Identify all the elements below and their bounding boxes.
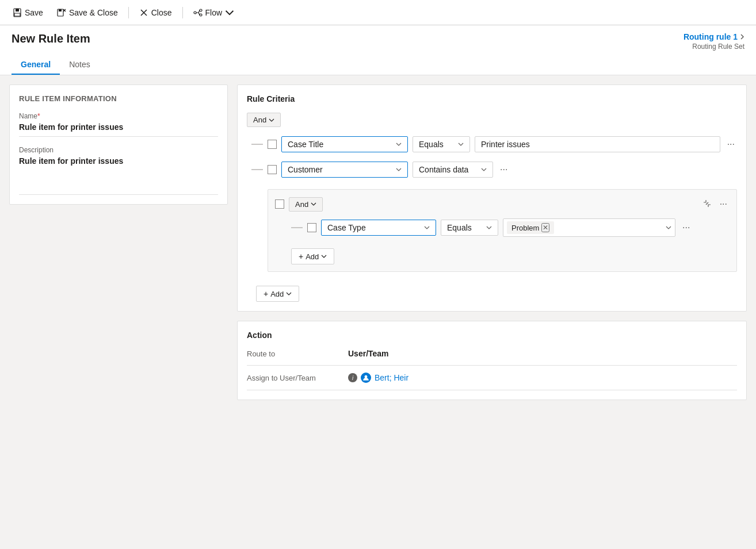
sub-connector-line [291,227,303,228]
svg-point-7 [200,14,202,16]
svg-rect-1 [16,9,19,11]
user-avatar-icon [361,373,371,383]
outer-add-button[interactable]: + Add [256,286,299,302]
case-type-value-box: Problem ✕ [503,218,675,237]
sub-group-more-btn[interactable]: ··· [717,197,730,212]
collapse-button[interactable] [701,198,713,211]
and-operator-button[interactable]: And [247,113,281,127]
main-content: Rule Item Information Name* Rule item fo… [0,75,756,549]
value-box-chevron-icon [666,226,671,229]
collapse-icon [702,199,712,208]
action-grid: Route to User/Team Assign to User/Team i… [247,349,737,390]
customer-dropdown[interactable]: Customer [281,162,408,178]
sub-and-button[interactable]: And [289,197,323,212]
sub-add-container: + Add [291,244,730,264]
criteria-rows: Case Title Equals ··· [247,136,737,302]
sub-add-label: Add [306,252,319,261]
assign-user-link[interactable]: Bert; Heir [375,373,408,382]
sub-and-chevron-icon [311,202,316,206]
equals-dropdown-1[interactable]: Equals [413,136,470,152]
svg-point-5 [194,11,196,14]
criteria-checkbox-2[interactable] [268,165,277,174]
close-icon [139,8,148,17]
rule-criteria-section: Rule Criteria And Case Title [237,85,747,312]
connector-line-2 [251,169,263,170]
contains-data-dropdown[interactable]: Contains data [413,162,493,178]
routing-rule-link[interactable]: Routing rule 1 [684,32,738,41]
divider [128,7,129,18]
sub-group-content: Case Type Equals [275,218,730,264]
case-title-label: Case Title [288,140,323,149]
left-panel-title: Rule Item Information [19,94,218,103]
assign-value-container: i Bert; Heir [348,373,737,383]
case-type-more-btn[interactable]: ··· [680,220,692,235]
sub-and-label: And [295,200,308,209]
assign-label: Assign to User/Team [247,374,339,382]
criteria-row-1: Case Title Equals ··· [251,136,737,152]
equals-dropdown-2[interactable]: Equals [441,220,498,236]
page-header: New Rule Item Routing rule 1 Routing Rul… [0,25,756,75]
info-icon[interactable]: i [348,373,357,382]
customer-label: Customer [288,165,323,174]
sub-add-chevron-icon [321,255,327,258]
problem-tag: Problem ✕ [507,221,554,234]
desc-field-value: Rule item for printer issues [19,156,218,195]
right-panel: Rule Criteria And Case Title [237,85,747,546]
equals-chevron-icon-1 [458,143,464,146]
routing-rule-info: Routing rule 1 Routing Rule Set [684,32,744,51]
contains-data-label: Contains data [419,165,468,174]
flow-button[interactable]: Flow [188,5,240,21]
problem-tag-close[interactable]: ✕ [541,223,549,232]
top-bar: Save Save & Close Close Flow [0,0,756,25]
case-type-label: Case Type [327,223,366,232]
case-title-dropdown[interactable]: Case Title [281,136,408,152]
customer-chevron-icon [396,168,402,171]
sub-add-button[interactable]: + Add [291,248,334,264]
sub-group-container: And [251,187,737,272]
save-close-icon [57,8,66,17]
save-close-button[interactable]: Save & Close [51,5,124,21]
save-button[interactable]: Save [7,5,49,21]
criteria-checkbox-1[interactable] [268,140,277,149]
sub-group-checkbox[interactable] [275,199,284,209]
action-title: Action [247,331,737,340]
and-chevron-icon [269,118,274,122]
problem-label: Problem [511,224,539,232]
contains-data-chevron-icon [481,168,487,171]
printer-issues-input[interactable] [475,136,720,152]
tab-general[interactable]: General [12,55,60,75]
case-type-dropdown[interactable]: Case Type [321,220,436,236]
action-divider-2 [247,390,737,390]
flow-icon [193,8,203,17]
save-icon [13,8,22,17]
equals-label-1: Equals [419,140,444,149]
more-button-2[interactable]: ··· [498,162,510,177]
close-label: Close [151,8,172,17]
flow-label: Flow [205,8,223,17]
svg-rect-2 [14,13,20,16]
criteria-row-2: Customer Contains data ··· [251,162,737,178]
close-button[interactable]: Close [133,5,178,21]
case-type-row: Case Type Equals [291,218,730,237]
flow-chevron-icon [225,8,234,17]
outer-add-container: + Add [251,281,737,302]
routing-rule-chevron-icon [740,33,744,40]
tab-notes[interactable]: Notes [60,55,100,75]
case-type-checkbox[interactable] [307,223,316,232]
name-field-value: Rule item for printer issues [19,122,218,137]
equals-label-2: Equals [447,223,472,232]
save-close-label: Save & Close [69,8,118,17]
sub-add-icon: + [299,252,303,261]
equals-chevron-icon-2 [486,226,492,229]
action-section: Action Route to User/Team Assign to User… [237,321,747,400]
action-divider-1 [247,365,737,366]
outer-add-chevron-icon [286,292,292,295]
sub-group-header: And [275,197,730,212]
routing-rule-subtitle: Routing Rule Set [692,43,744,51]
save-label: Save [25,8,43,17]
rule-criteria-title: Rule Criteria [247,94,737,103]
case-type-chevron-icon [424,226,430,229]
page-title: New Rule Item [12,32,90,45]
desc-field-label: Description [19,146,218,154]
more-button-1[interactable]: ··· [725,137,737,152]
